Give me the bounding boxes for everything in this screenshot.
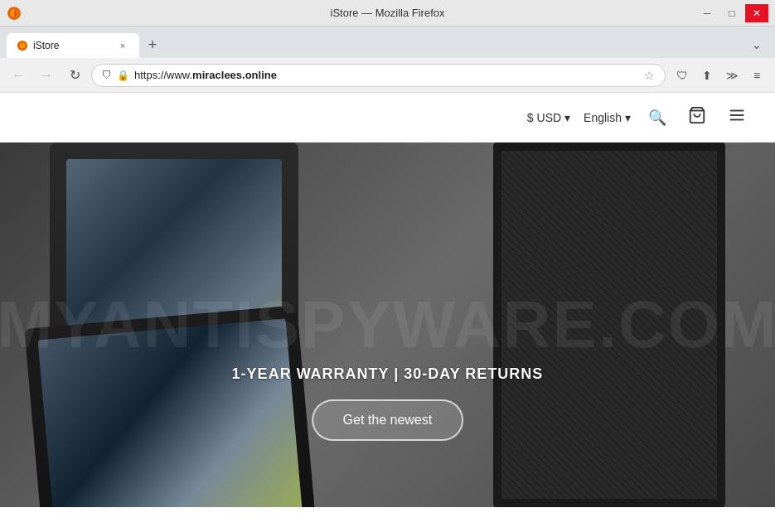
extensions-button[interactable]: ≫	[720, 64, 744, 87]
refresh-button[interactable]: ↻	[63, 64, 86, 87]
os-titlebar: iStore — Mozilla Firefox ─ □ ✕	[0, 0, 775, 27]
window-controls: ─ □ ✕	[695, 4, 768, 22]
cart-icon	[688, 106, 706, 128]
svg-point-3	[20, 43, 26, 49]
site-header: $ USD ▾ English ▾ 🔍	[0, 93, 775, 143]
hero-case-right-image	[493, 143, 725, 507]
forward-button[interactable]: →	[35, 64, 58, 87]
tab-close-button[interactable]: ×	[116, 39, 129, 52]
minimize-button[interactable]: ─	[695, 4, 719, 22]
language-selector[interactable]: English ▾	[584, 111, 631, 124]
language-chevron-icon: ▾	[625, 111, 631, 124]
url-bar[interactable]: ⛉ 🔒 https://www.miraclees.online ☆	[91, 64, 666, 87]
titlebar-left	[7, 6, 22, 21]
browser-tab[interactable]: iStore ×	[7, 33, 139, 58]
language-label: English	[584, 111, 622, 124]
hero-content: 1-YEAR WARRANTY | 30-DAY RETURNS Get the…	[232, 365, 544, 441]
firefox-icon	[7, 6, 22, 21]
tab-list-dropdown-button[interactable]: ⌄	[745, 33, 768, 56]
url-text: https://www.miraclees.online	[134, 69, 639, 81]
share-button[interactable]: ⬆	[695, 64, 719, 87]
tab-label: iStore	[33, 40, 59, 51]
menu-button[interactable]	[724, 104, 750, 131]
hero-section: MYANTISPYWARE.COM 1-YEAR WARRANTY | 30-D…	[0, 143, 775, 507]
close-button[interactable]: ✕	[745, 4, 768, 22]
address-bar: ← → ↻ ⛉ 🔒 https://www.miraclees.online ☆…	[0, 58, 775, 93]
window-title: iStore — Mozilla Firefox	[0, 7, 775, 19]
new-tab-button[interactable]: +	[141, 33, 164, 56]
cta-button[interactable]: Get the newest	[312, 399, 464, 441]
lock-icon: 🔒	[117, 70, 129, 81]
warranty-text: 1-YEAR WARRANTY | 30-DAY RETURNS	[232, 365, 544, 383]
search-button[interactable]: 🔍	[644, 104, 671, 131]
hamburger-menu-button[interactable]: ≡	[745, 64, 768, 87]
currency-selector[interactable]: $ USD ▾	[527, 111, 570, 124]
search-icon: 🔍	[648, 109, 666, 127]
tab-favicon-icon	[17, 40, 28, 51]
hamburger-icon	[728, 106, 746, 128]
url-domain: miraclees.online	[192, 69, 277, 81]
back-button[interactable]: ←	[7, 64, 30, 87]
cart-button[interactable]	[684, 104, 710, 131]
maximize-button[interactable]: □	[720, 4, 744, 22]
tab-bar: iStore × + ⌄	[0, 27, 775, 58]
currency-label: $ USD	[527, 111, 561, 124]
shield-button[interactable]: 🛡	[671, 64, 694, 87]
svg-point-1	[10, 8, 18, 17]
bookmark-button[interactable]: ☆	[644, 69, 655, 82]
currency-chevron-icon: ▾	[564, 111, 570, 124]
tracker-shield-icon: ⛉	[102, 70, 112, 81]
toolbar-right-buttons: 🛡 ⬆ ≫ ≡	[671, 64, 768, 87]
